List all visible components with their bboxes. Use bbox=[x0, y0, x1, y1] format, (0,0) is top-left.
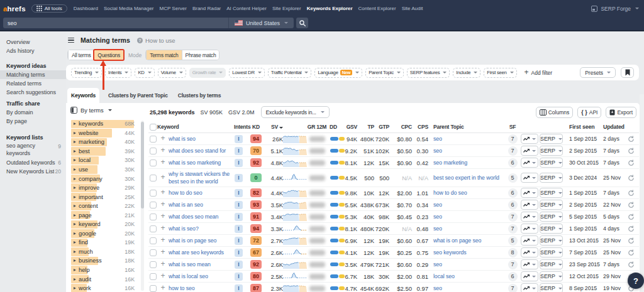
segment-button[interactable]: Terms match bbox=[146, 50, 181, 60]
keyword-link[interactable]: what is seo marketing bbox=[169, 158, 231, 168]
row-checkbox[interactable] bbox=[150, 237, 157, 244]
keyword-chart-button[interactable] bbox=[521, 224, 538, 234]
col-sv[interactable]: SV bbox=[264, 124, 283, 130]
term-row[interactable]: help 16K bbox=[70, 266, 142, 275]
row-checkbox[interactable] bbox=[150, 148, 157, 154]
serp-button[interactable]: SERP bbox=[540, 158, 563, 168]
term-row[interactable]: much 18K bbox=[70, 247, 142, 257]
sidebar-item[interactable]: Keyword ideas bbox=[0, 62, 66, 70]
row-checkbox[interactable] bbox=[150, 261, 157, 268]
filter-chip[interactable]: Traffic Potential bbox=[268, 68, 312, 78]
add-to-list-icon[interactable]: + bbox=[157, 261, 169, 268]
keyword-chart-button[interactable] bbox=[521, 235, 538, 246]
serp-button[interactable]: SERP bbox=[540, 224, 563, 234]
filter-chip[interactable]: Lowest DR bbox=[229, 68, 264, 78]
refresh-button[interactable] bbox=[624, 136, 638, 143]
add-to-list-icon[interactable]: + bbox=[157, 285, 169, 292]
how-to-use-link[interactable]: ? How to use bbox=[137, 37, 175, 44]
sidebar-item[interactable]: Search suggestions bbox=[0, 88, 66, 97]
intent-badge[interactable]: I bbox=[235, 249, 243, 257]
term-row[interactable]: local 30K bbox=[70, 156, 142, 165]
row-checkbox[interactable] bbox=[150, 190, 157, 197]
term-row[interactable]: keyword 20K bbox=[70, 220, 142, 229]
intent-badge[interactable]: I bbox=[235, 237, 243, 245]
term-row[interactable]: website 44K bbox=[70, 129, 142, 138]
parent-topic-link[interactable]: seo keywords bbox=[428, 249, 506, 256]
refresh-button[interactable] bbox=[624, 214, 638, 220]
term-row[interactable]: find 19K bbox=[70, 238, 142, 247]
search-button[interactable] bbox=[296, 18, 308, 28]
filter-chip[interactable]: First seen bbox=[484, 68, 516, 78]
serp-button[interactable]: SERP bbox=[540, 212, 563, 222]
api-button[interactable]: { } API bbox=[577, 107, 601, 118]
col-gsv[interactable]: GSV bbox=[345, 124, 357, 130]
keyword-chart-button[interactable] bbox=[521, 158, 538, 168]
keyword-chart-button[interactable] bbox=[521, 200, 538, 210]
parent-topic-link[interactable]: what is on page seo bbox=[428, 237, 506, 244]
term-row[interactable]: use 30K bbox=[70, 165, 142, 175]
parent-topic-link[interactable]: seo bbox=[428, 202, 506, 208]
keyword-link[interactable]: what does seo stand for bbox=[169, 146, 231, 156]
serp-button[interactable]: SERP bbox=[540, 200, 563, 210]
serp-features-count[interactable]: 8 bbox=[508, 248, 518, 257]
term-row[interactable]: google 20K bbox=[70, 229, 142, 239]
add-to-list-icon[interactable]: + bbox=[157, 249, 169, 256]
row-checkbox[interactable] bbox=[150, 136, 157, 143]
term-row[interactable]: important 25K bbox=[70, 192, 142, 202]
intent-badge[interactable]: I bbox=[235, 261, 243, 269]
keyword-chart-button[interactable] bbox=[521, 188, 538, 198]
add-to-list-icon[interactable]: + bbox=[157, 175, 169, 181]
menu-icon[interactable] bbox=[68, 38, 74, 43]
intent-badge[interactable]: I bbox=[235, 189, 243, 197]
parent-topic-link[interactable]: local seo bbox=[428, 273, 506, 279]
top-nav-item[interactable]: Dashboard bbox=[74, 6, 98, 11]
refresh-button[interactable] bbox=[624, 261, 638, 268]
select-all-checkbox[interactable] bbox=[150, 124, 157, 131]
parent-topic-link[interactable]: seo bbox=[428, 214, 506, 220]
keyword-chart-button[interactable] bbox=[521, 259, 538, 269]
parent-topic-link[interactable]: seo bbox=[428, 285, 506, 291]
col-cpc[interactable]: CPC bbox=[389, 124, 412, 130]
terms-scrollbar-thumb[interactable] bbox=[141, 122, 144, 208]
top-nav-item[interactable]: Content Explorer bbox=[358, 6, 396, 11]
result-tab[interactable]: Clusters by Parent Topic bbox=[103, 88, 173, 103]
keyword-link[interactable]: what does seo mean bbox=[169, 212, 231, 222]
serp-features-count[interactable]: 5 bbox=[508, 173, 518, 183]
sidebar-item[interactable]: Outdated keywords 6 bbox=[0, 158, 66, 167]
add-to-list-icon[interactable]: + bbox=[157, 214, 169, 220]
serp-features-count[interactable]: 7 bbox=[508, 212, 518, 222]
row-checkbox[interactable] bbox=[150, 160, 157, 166]
bookmark-button[interactable] bbox=[621, 67, 634, 78]
add-to-list-icon[interactable]: + bbox=[157, 202, 169, 208]
serp-button[interactable]: SERP bbox=[540, 235, 563, 246]
keyword-link[interactable]: how to seo bbox=[169, 283, 231, 292]
col-parent-topic[interactable]: Parent Topic bbox=[428, 124, 506, 130]
serp-features-count[interactable]: 6 bbox=[508, 188, 518, 198]
refresh-button[interactable] bbox=[624, 160, 638, 166]
intent-badge[interactable]: I bbox=[235, 147, 243, 155]
row-checkbox[interactable] bbox=[150, 225, 157, 232]
sidebar-item[interactable]: Keyword lists bbox=[0, 133, 66, 142]
serp-button[interactable]: SERP bbox=[540, 259, 563, 269]
parent-topic-link[interactable]: seo marketing bbox=[428, 160, 506, 166]
terms-panel-header[interactable]: By terms bbox=[70, 107, 112, 114]
keyword-chart-button[interactable] bbox=[521, 146, 538, 156]
segment-button[interactable]: Phrase match bbox=[182, 50, 219, 60]
add-to-list-icon[interactable]: + bbox=[157, 136, 169, 143]
term-row[interactable]: audit 16K bbox=[70, 274, 142, 284]
serp-features-count[interactable]: 6 bbox=[508, 200, 518, 210]
columns-button[interactable]: Columns bbox=[536, 107, 574, 118]
result-tab[interactable]: Keywords bbox=[67, 88, 99, 103]
serp-features-count[interactable]: 6 bbox=[508, 158, 518, 168]
search-input[interactable]: seo bbox=[3, 20, 228, 26]
intent-badge[interactable]: I bbox=[235, 284, 243, 292]
page-scrollbar-track[interactable] bbox=[640, 94, 644, 292]
sidebar-item[interactable]: Ads history bbox=[0, 46, 66, 55]
col-first-seen[interactable]: First seen bbox=[565, 124, 597, 130]
serp-features-count[interactable]: 6 bbox=[508, 272, 518, 281]
top-nav-item[interactable]: Site Audit bbox=[402, 6, 423, 11]
term-row[interactable]: work 16K bbox=[70, 284, 142, 292]
sidebar-item[interactable]: Matching terms bbox=[0, 70, 66, 79]
keyword-chart-button[interactable] bbox=[521, 134, 538, 144]
top-nav-item[interactable]: Social Media Manager bbox=[104, 6, 154, 11]
